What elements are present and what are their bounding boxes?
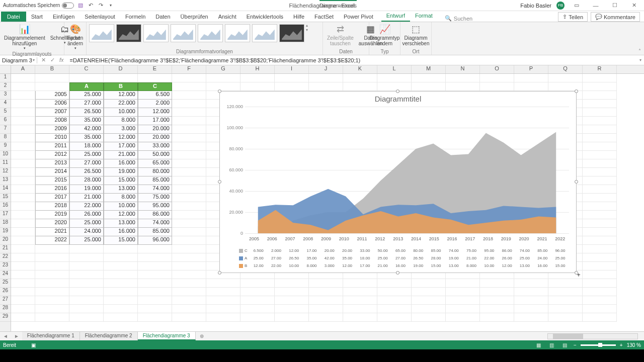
- cell-D23[interactable]: [104, 262, 138, 270]
- cell-E2[interactable]: C: [138, 82, 172, 91]
- cell-C19[interactable]: 24.000: [69, 228, 104, 236]
- cell-B2[interactable]: [35, 82, 69, 91]
- cell-D11[interactable]: 16.000: [104, 159, 138, 168]
- cell-H28[interactable]: [240, 305, 275, 313]
- cell-O28[interactable]: [480, 305, 514, 313]
- expand-formula-icon[interactable]: ▾: [637, 58, 644, 62]
- cell-B12[interactable]: 2014: [35, 168, 69, 176]
- cell-Q1[interactable]: [548, 74, 583, 82]
- cell-E16[interactable]: 95.000: [138, 202, 172, 211]
- cell-A20[interactable]: [11, 236, 35, 245]
- cell-D12[interactable]: 19.000: [104, 168, 138, 176]
- cell-R8[interactable]: [583, 134, 617, 142]
- name-box[interactable]: Diagramm 3▾: [0, 57, 37, 63]
- cell-G26[interactable]: [206, 288, 240, 296]
- cell-C24[interactable]: [69, 270, 104, 279]
- row-header-27[interactable]: 27: [0, 296, 11, 305]
- cell-C25[interactable]: [69, 279, 104, 288]
- cell-C6[interactable]: 35.000: [69, 117, 104, 125]
- cell-J28[interactable]: [309, 305, 343, 313]
- cell-M2[interactable]: [412, 82, 446, 91]
- cell-N28[interactable]: [446, 305, 480, 313]
- cell-D28[interactable]: [104, 305, 138, 313]
- cell-B6[interactable]: 2008: [35, 117, 69, 125]
- cell-C14[interactable]: 19.000: [69, 185, 104, 194]
- cell-R20[interactable]: [583, 236, 617, 245]
- cell-B19[interactable]: 2021: [35, 228, 69, 236]
- avatar[interactable]: FB: [556, 2, 565, 10]
- cell-B8[interactable]: 2010: [35, 134, 69, 142]
- cell-A19[interactable]: [11, 228, 35, 236]
- row-header-24[interactable]: 24: [0, 270, 11, 279]
- cell-P25[interactable]: [514, 279, 548, 288]
- chart-style-3[interactable]: [143, 24, 169, 42]
- page-break-view-icon[interactable]: ▤: [560, 341, 570, 348]
- cell-E6[interactable]: 17.000: [138, 117, 172, 125]
- cell-F4[interactable]: [172, 100, 206, 108]
- save-icon[interactable]: ▧: [77, 2, 84, 9]
- cell-B5[interactable]: 2007: [35, 108, 69, 117]
- cell-L25[interactable]: [377, 279, 412, 288]
- tab-überprüfen[interactable]: Überprüfen: [176, 12, 213, 22]
- col-header-C[interactable]: C: [69, 65, 104, 73]
- zoom-level[interactable]: 130 %: [627, 342, 641, 348]
- cell-F11[interactable]: [172, 159, 206, 168]
- cell-Q25[interactable]: [548, 279, 583, 288]
- cell-R1[interactable]: [583, 74, 617, 82]
- zoom-slider[interactable]: [581, 344, 616, 346]
- cell-E18[interactable]: 74.000: [138, 219, 172, 228]
- row-header-15[interactable]: 15: [0, 194, 11, 202]
- cell-L2[interactable]: [377, 82, 412, 91]
- normal-view-icon[interactable]: ▦: [534, 341, 543, 348]
- col-header-B[interactable]: B: [35, 65, 69, 73]
- cell-C16[interactable]: 22.000: [69, 202, 104, 211]
- cell-O26[interactable]: [480, 288, 514, 296]
- cell-A3[interactable]: [11, 91, 35, 100]
- cell-B11[interactable]: 2013: [35, 159, 69, 168]
- add-sheet-button[interactable]: ⊕: [196, 333, 208, 339]
- cell-A10[interactable]: [11, 151, 35, 159]
- cell-R25[interactable]: [583, 279, 617, 288]
- cell-H27[interactable]: [240, 296, 275, 305]
- minimize-icon[interactable]: —: [589, 1, 603, 10]
- cell-D26[interactable]: [104, 288, 138, 296]
- cell-B4[interactable]: 2006: [35, 100, 69, 108]
- cell-J25[interactable]: [309, 279, 343, 288]
- cell-D15[interactable]: 8.000: [104, 194, 138, 202]
- cell-I28[interactable]: [275, 305, 309, 313]
- cell-E19[interactable]: 85.000: [138, 228, 172, 236]
- qat-customize-icon[interactable]: ▾: [107, 2, 114, 9]
- chart-title[interactable]: Diagrammtitel: [220, 92, 576, 104]
- row-header-13[interactable]: 13: [0, 176, 11, 185]
- cell-B26[interactable]: [35, 288, 69, 296]
- cell-L27[interactable]: [377, 296, 412, 305]
- cell-I25[interactable]: [275, 279, 309, 288]
- cell-A15[interactable]: [11, 194, 35, 202]
- cell-F25[interactable]: [172, 279, 206, 288]
- cell-D22[interactable]: [104, 253, 138, 262]
- col-header-G[interactable]: G: [206, 65, 240, 73]
- col-header-F[interactable]: F: [172, 65, 206, 73]
- cell-C3[interactable]: 25.000: [69, 91, 104, 100]
- tab-entwicklertools[interactable]: Entwicklertools: [242, 12, 288, 22]
- row-header-6[interactable]: 6: [0, 117, 11, 125]
- cell-F17[interactable]: [172, 211, 206, 219]
- cell-L1[interactable]: [377, 74, 412, 82]
- cell-R23[interactable]: [583, 262, 617, 270]
- cell-D4[interactable]: 22.000: [104, 100, 138, 108]
- cell-R26[interactable]: [583, 288, 617, 296]
- cell-A9[interactable]: [11, 142, 35, 151]
- cell-A17[interactable]: [11, 211, 35, 219]
- sheet-tab-1[interactable]: Flächendiagramme 2: [80, 332, 138, 340]
- cell-R27[interactable]: [583, 296, 617, 305]
- row-header-4[interactable]: 4: [0, 100, 11, 108]
- cell-B7[interactable]: 2009: [35, 125, 69, 134]
- cell-E25[interactable]: [138, 279, 172, 288]
- tab-einfügen[interactable]: Einfügen: [48, 12, 79, 22]
- cell-I26[interactable]: [275, 288, 309, 296]
- col-header-Q[interactable]: Q: [548, 65, 583, 73]
- col-header-R[interactable]: R: [583, 65, 617, 73]
- row-header-26[interactable]: 26: [0, 288, 11, 296]
- chart-style-4[interactable]: [171, 24, 196, 42]
- zoom-out-icon[interactable]: −: [574, 342, 577, 348]
